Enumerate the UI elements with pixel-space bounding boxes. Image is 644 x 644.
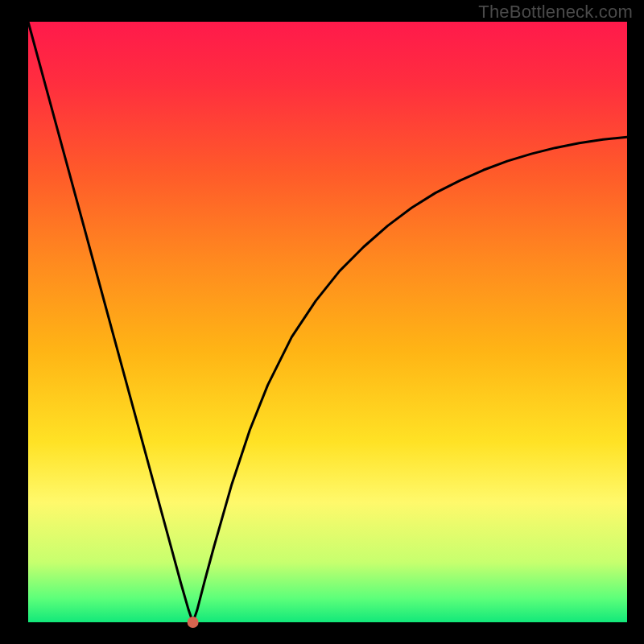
attribution-label: TheBottleneck.com [478, 2, 633, 23]
chart-svg [0, 0, 644, 644]
plot-area [28, 22, 627, 622]
bottleneck-chart: TheBottleneck.com [0, 0, 644, 644]
optimum-marker [188, 617, 199, 628]
